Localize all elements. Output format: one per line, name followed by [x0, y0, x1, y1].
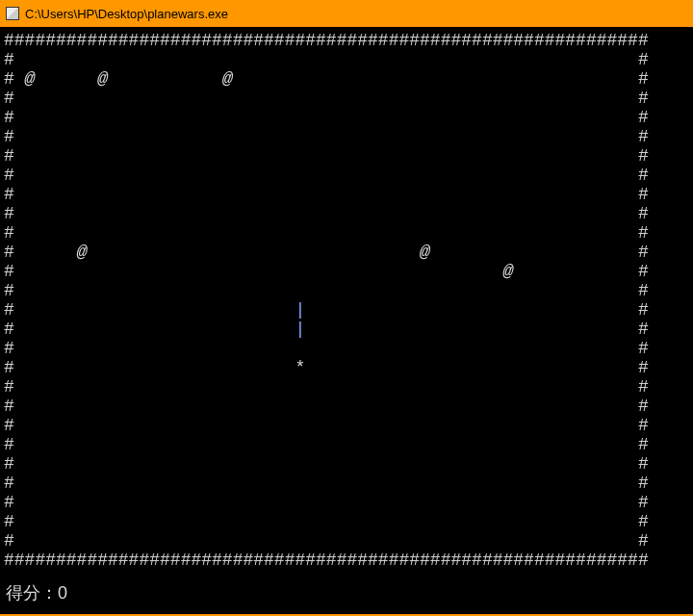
console-area[interactable]: ########################################…: [0, 27, 693, 616]
playfield-row: # @ @ @ #: [4, 69, 649, 89]
bullet-icon: |: [295, 300, 305, 320]
score-label: 得分：: [6, 583, 58, 603]
playfield-row: ########################################…: [4, 31, 649, 50]
playfield-row: # @ @ #: [4, 243, 649, 262]
enemy-icon: @: [420, 243, 430, 262]
playfield-row: # | #: [4, 320, 649, 339]
playfield-row: # #: [4, 377, 649, 397]
playfield-row: # #: [4, 512, 649, 531]
enemy-icon: @: [77, 243, 88, 262]
playfield-row: # #: [4, 89, 649, 108]
enemy-icon: @: [502, 262, 513, 281]
playfield-row: # #: [4, 397, 649, 416]
enemy-icon: @: [97, 69, 108, 89]
window: C:\Users\HP\Desktop\planewars.exe ######…: [0, 0, 693, 616]
bullet-icon: |: [295, 320, 305, 339]
playfield-row: # #: [4, 185, 649, 204]
playfield-row: # #: [4, 50, 649, 69]
enemy-icon: @: [25, 69, 36, 89]
titlebar[interactable]: C:\Users\HP\Desktop\planewars.exe: [0, 0, 693, 27]
playfield-row: # #: [4, 223, 649, 243]
score-display: 得分：0: [6, 581, 67, 604]
playfield-row: ########################################…: [4, 551, 649, 570]
playfield-row: # @ #: [4, 262, 649, 281]
playfield-row: # #: [4, 108, 649, 127]
enemy-icon: @: [222, 69, 233, 89]
window-title: C:\Users\HP\Desktop\planewars.exe: [25, 7, 228, 21]
playfield-row: # #: [4, 339, 649, 358]
playfield-row: # * #: [4, 358, 649, 377]
player-icon: *: [295, 358, 305, 377]
playfield-row: # #: [4, 435, 649, 454]
score-value: 0: [58, 583, 67, 603]
playfield-row: # #: [4, 493, 649, 512]
app-icon: [6, 7, 19, 20]
playfield-row: # #: [4, 531, 649, 551]
playfield-row: # #: [4, 146, 649, 166]
playfield-row: # #: [4, 281, 649, 300]
playfield-row: # #: [4, 454, 649, 474]
playfield-row: # #: [4, 474, 649, 493]
game-playfield: ########################################…: [4, 31, 649, 570]
playfield-row: # #: [4, 204, 649, 223]
playfield-row: # #: [4, 166, 649, 185]
playfield-row: # | #: [4, 300, 649, 320]
playfield-row: # #: [4, 416, 649, 435]
playfield-row: # #: [4, 127, 649, 146]
